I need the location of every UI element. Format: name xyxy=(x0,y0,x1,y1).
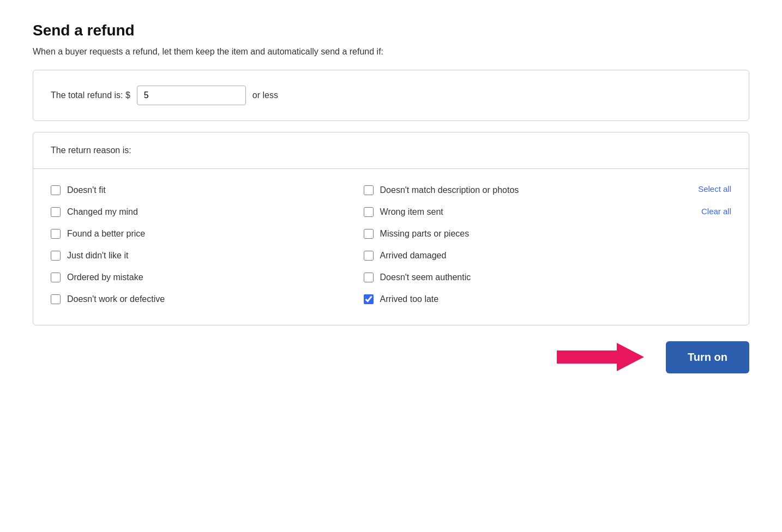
reason-checkbox-better_price[interactable] xyxy=(51,229,61,239)
reason-checkbox-ordered_mistake[interactable] xyxy=(51,273,61,282)
reason-checkbox-not_authentic[interactable] xyxy=(364,273,374,282)
list-item: Changed my mind xyxy=(51,202,364,222)
reason-checkbox-arrived_late[interactable] xyxy=(364,294,374,304)
reason-checkbox-doesnt_fit[interactable] xyxy=(51,185,61,195)
reason-label-not_authentic[interactable]: Doesn't seem authentic xyxy=(380,273,471,282)
reason-label-missing_parts[interactable]: Missing parts or pieces xyxy=(380,229,470,239)
reason-label-ordered_mistake[interactable]: Ordered by mistake xyxy=(67,273,143,282)
footer-row: Turn on xyxy=(33,325,749,379)
actions-column: Select all Clear all xyxy=(676,180,731,310)
list-item: Wrong item sent xyxy=(364,202,677,222)
reason-label-no_match[interactable]: Doesn't match description or photos xyxy=(380,185,519,195)
select-all-link[interactable]: Select all xyxy=(698,180,731,198)
list-item: Doesn't fit xyxy=(51,180,364,201)
reason-checkbox-arrived_damaged[interactable] xyxy=(364,251,374,261)
list-item: Just didn't like it xyxy=(51,245,364,266)
reason-checkbox-defective[interactable] xyxy=(51,294,61,304)
left-reasons-column: Doesn't fitChanged my mindFound a better… xyxy=(51,180,364,310)
arrow-container xyxy=(557,341,644,373)
reason-label-defective[interactable]: Doesn't work or defective xyxy=(67,294,165,304)
clear-all-link[interactable]: Clear all xyxy=(701,202,731,220)
list-item: Arrived damaged xyxy=(364,245,677,266)
list-item: Doesn't work or defective xyxy=(51,289,364,310)
reason-checkbox-didnt_like[interactable] xyxy=(51,251,61,261)
reason-header: The return reason is: xyxy=(33,132,749,169)
list-item: Doesn't seem authentic xyxy=(364,267,677,288)
svg-marker-0 xyxy=(557,343,644,371)
reason-label-doesnt_fit[interactable]: Doesn't fit xyxy=(67,185,106,195)
list-item: Ordered by mistake xyxy=(51,267,364,288)
reason-label-didnt_like[interactable]: Just didn't like it xyxy=(67,251,128,261)
reason-label-arrived_damaged[interactable]: Arrived damaged xyxy=(380,251,447,261)
turn-on-button[interactable]: Turn on xyxy=(666,341,749,373)
refund-label-prefix: The total refund is: $ xyxy=(51,90,130,100)
page-title: Send a refund xyxy=(33,22,749,39)
refund-amount-card: The total refund is: $ or less xyxy=(33,70,749,121)
reason-checkbox-changed_mind[interactable] xyxy=(51,207,61,217)
list-item: Missing parts or pieces xyxy=(364,223,677,244)
arrow-icon xyxy=(557,341,644,373)
refund-amount-input[interactable] xyxy=(137,86,246,105)
reason-label-changed_mind[interactable]: Changed my mind xyxy=(67,207,138,217)
list-item: Doesn't match description or photos xyxy=(364,180,677,201)
reason-label-better_price[interactable]: Found a better price xyxy=(67,229,145,239)
reason-checkbox-wrong_item[interactable] xyxy=(364,207,374,217)
reason-label-wrong_item[interactable]: Wrong item sent xyxy=(380,207,443,217)
page-subtitle: When a buyer requests a refund, let them… xyxy=(33,47,749,57)
return-reason-card: The return reason is: Doesn't fitChanged… xyxy=(33,132,749,325)
right-reasons-column: Doesn't match description or photosWrong… xyxy=(364,180,677,310)
list-item: Found a better price xyxy=(51,223,364,244)
reason-label-arrived_late[interactable]: Arrived too late xyxy=(380,294,439,304)
reason-checkbox-missing_parts[interactable] xyxy=(364,229,374,239)
list-item: Arrived too late xyxy=(364,289,677,310)
reason-checkbox-no_match[interactable] xyxy=(364,185,374,195)
refund-label-suffix: or less xyxy=(252,90,278,100)
